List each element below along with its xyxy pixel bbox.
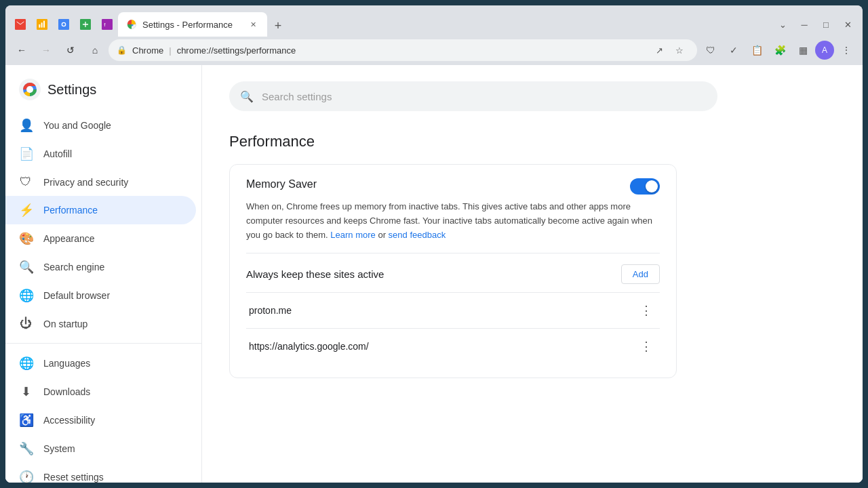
memory-saver-toggle[interactable] (630, 178, 660, 195)
memory-saver-description: When on, Chrome frees up memory from ina… (246, 200, 660, 242)
active-tab[interactable]: Settings - Performance ✕ (118, 12, 267, 37)
sidebar-item-autofill[interactable]: 📄 Autofill (5, 140, 196, 168)
autofill-icon: 📄 (19, 146, 33, 161)
back-button[interactable]: ← (11, 39, 33, 61)
sidebar-item-languages[interactable]: 🌐 Languages (5, 349, 196, 378)
extensions-button[interactable]: 🧩 (769, 39, 791, 61)
address-bar-actions: ↗ ☆ (650, 41, 689, 60)
appearance-icon: 🎨 (19, 231, 33, 246)
site-item-analytics: https://analytics.google.com/ ⋮ (246, 328, 660, 364)
reload-button[interactable]: ↺ (60, 39, 81, 61)
pinned-tab-gmail[interactable] (11, 15, 30, 34)
pinned-tab-analytics[interactable] (33, 15, 52, 34)
sidebar-label-accessibility: Accessibility (43, 415, 95, 426)
sidebar-item-downloads[interactable]: ⬇ Downloads (5, 378, 196, 406)
sidebar-item-privacy-security[interactable]: 🛡 Privacy and security (5, 168, 196, 196)
toolbar-right: 🛡 ✓ 📋 🧩 ▦ A ⋮ (700, 39, 857, 61)
site-more-button-analytics[interactable]: ⋮ (635, 336, 657, 357)
svg-rect-8 (102, 19, 113, 30)
address-bar[interactable]: 🔒 Chrome | chrome://settings/performance… (108, 39, 697, 61)
svg-rect-5 (58, 19, 69, 30)
site-item-proton: proton.me ⋮ (246, 292, 660, 328)
sidebar-item-default-browser[interactable]: 🌐 Default browser (5, 281, 196, 310)
tab-close-button[interactable]: ✕ (247, 18, 259, 30)
tab-list-button[interactable]: ⌄ (773, 15, 792, 34)
chrome-logo (19, 79, 41, 100)
sidebar-item-performance[interactable]: ⚡ Performance (5, 196, 196, 224)
forward-button[interactable]: → (35, 39, 57, 61)
reset-settings-icon: 🕐 (19, 470, 33, 483)
new-tab-button[interactable]: + (269, 16, 288, 35)
svg-rect-4 (43, 21, 45, 28)
pinned-tab-ext1[interactable] (76, 15, 95, 34)
pinned-tab-ext2[interactable]: f (98, 15, 117, 34)
tab-title: Settings - Performance (142, 20, 233, 30)
always-active-row: Always keep these sites active Add (246, 264, 660, 284)
privacy-icon: 🛡 (19, 175, 33, 189)
minimize-button[interactable]: ─ (795, 15, 814, 34)
add-site-button[interactable]: Add (621, 264, 660, 284)
site-url-analytics: https://analytics.google.com/ (249, 341, 369, 352)
languages-icon: 🌐 (19, 356, 33, 371)
bookmark-button[interactable]: ☆ (670, 41, 689, 60)
sidebar-label-languages: Languages (43, 358, 90, 369)
search-input[interactable]: Search settings (262, 91, 707, 102)
sidebar-item-search-engine[interactable]: 🔍 Search engine (5, 253, 196, 281)
extension-clipboard-icon[interactable]: 📋 (746, 39, 768, 61)
sidebar-item-reset-settings[interactable]: 🕐 Reset settings (5, 463, 196, 483)
site-more-button-proton[interactable]: ⋮ (635, 300, 657, 321)
default-browser-icon: 🌐 (19, 288, 33, 303)
performance-icon: ⚡ (19, 203, 33, 218)
on-startup-icon: ⏻ (19, 317, 33, 331)
sidebar-label-performance: Performance (43, 205, 98, 216)
url-display: chrome://settings/performance (177, 45, 644, 56)
more-menu-button[interactable]: ⋮ (835, 39, 857, 61)
sidebar-item-system[interactable]: 🔧 System (5, 434, 196, 463)
extension-check-icon[interactable]: ✓ (723, 39, 745, 61)
tab-bar: f Settings - Performance ✕ + ⌄ (5, 5, 863, 37)
share-button[interactable]: ↗ (650, 41, 669, 60)
tab-favicon (126, 19, 137, 30)
sidebar-label-appearance: Appearance (43, 233, 95, 244)
sidebar-item-accessibility[interactable]: ♿ Accessibility (5, 406, 196, 434)
sidebar-divider (5, 343, 201, 344)
profile-avatar[interactable]: A (815, 41, 834, 60)
tab-bar-right: ⌄ ─ □ ✕ (773, 15, 857, 37)
sidebar-item-on-startup[interactable]: ⏻ On startup (5, 310, 196, 338)
close-window-button[interactable]: ✕ (838, 15, 857, 34)
downloads-icon: ⬇ (19, 384, 33, 399)
sidebar-toggle-button[interactable]: ▦ (792, 39, 814, 61)
page-title: Performance (229, 133, 835, 150)
settings-title: Settings (47, 82, 96, 98)
sidebar-label-search-engine: Search engine (43, 262, 104, 272)
always-active-label: Always keep these sites active (246, 268, 384, 280)
settings-header: Settings (5, 70, 201, 111)
sidebar: Settings 👤 You and Google 📄 Autofill 🛡 P… (5, 65, 202, 483)
performance-card: Memory Saver When on, Chrome frees up me… (229, 164, 677, 378)
maximize-button[interactable]: □ (816, 15, 835, 34)
lock-icon: 🔒 (117, 45, 127, 55)
sidebar-item-you-and-google[interactable]: 👤 You and Google (5, 111, 196, 140)
sidebar-item-appearance[interactable]: 🎨 Appearance (5, 224, 196, 253)
home-button[interactable]: ⌂ (84, 39, 106, 61)
search-bar-container: 🔍 Search settings (229, 81, 835, 111)
search-icon: 🔍 (240, 90, 254, 103)
learn-more-link[interactable]: Learn more (330, 230, 375, 240)
svg-point-14 (26, 86, 33, 93)
url-chrome-label: Chrome (132, 45, 163, 56)
extension-shield-icon[interactable]: 🛡 (700, 39, 722, 61)
site-url-proton: proton.me (249, 305, 292, 316)
pinned-tab-settings[interactable] (54, 15, 73, 34)
sidebar-label-system: System (43, 443, 75, 454)
main-content: 🔍 Search settings Performance Memory Sav… (202, 65, 863, 483)
search-bar[interactable]: 🔍 Search settings (229, 81, 717, 111)
sidebar-label-downloads: Downloads (43, 386, 90, 397)
sidebar-label-privacy: Privacy and security (43, 177, 128, 188)
search-engine-icon: 🔍 (19, 260, 33, 274)
sidebar-label-you-and-google: You and Google (43, 120, 111, 131)
url-separator: | (169, 45, 171, 56)
you-and-google-icon: 👤 (19, 118, 33, 133)
address-bar-row: ← → ↺ ⌂ 🔒 Chrome | chrome://settings/per… (5, 37, 863, 65)
svg-rect-3 (41, 22, 43, 27)
send-feedback-link[interactable]: send feedback (389, 230, 446, 240)
